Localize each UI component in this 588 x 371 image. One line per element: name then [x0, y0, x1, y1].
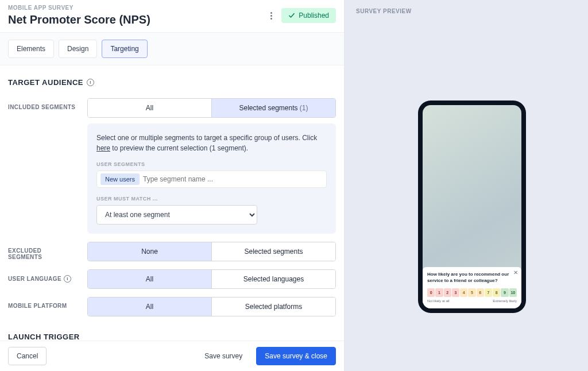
nps-7[interactable]: 7 [485, 288, 492, 297]
platform-selected-option[interactable]: Selected platforms [211, 297, 335, 316]
nps-6[interactable]: 6 [477, 288, 484, 297]
segment-chip[interactable]: New users [100, 173, 140, 185]
user-segments-label: USER SEGMENTS [96, 161, 327, 167]
close-icon[interactable]: ✕ [513, 269, 518, 276]
nps-scale: 0 1 2 3 4 5 6 7 8 9 10 [427, 288, 517, 297]
preview-panel: SURVEY PREVIEW ✕ How likely are you to r… [345, 0, 588, 371]
more-menu-icon[interactable] [266, 9, 276, 22]
editor-panel: MOBILE APP SURVEY Net Promoter Score (NP… [0, 0, 345, 371]
included-segments-label: INCLUDED SEGMENTS [8, 98, 77, 110]
user-language-label: USER LANGUAGE i [8, 269, 77, 283]
save-button[interactable]: Save survey [196, 347, 250, 365]
nps-8[interactable]: 8 [493, 288, 500, 297]
excluded-none-option[interactable]: None [88, 242, 211, 261]
phone-screen: ✕ How likely are you to recommend our se… [423, 105, 521, 308]
nps-9[interactable]: 9 [501, 288, 508, 297]
segments-panel: Select one or multiple segments to targe… [87, 123, 336, 234]
excluded-segments-toggle: None Selected segments [87, 242, 336, 261]
match-label: USER MUST MATCH ... [96, 196, 327, 202]
nps-3[interactable]: 3 [452, 288, 459, 297]
nps-anchor-labels: Not likely at all Extremely likely [427, 299, 517, 303]
user-language-toggle: All Selected languages [87, 269, 336, 289]
tab-elements[interactable]: Elements [8, 40, 54, 58]
excluded-selected-option[interactable]: Selected segments [211, 242, 335, 261]
mobile-platform-toggle: All Selected platforms [87, 297, 336, 316]
info-icon[interactable]: i [87, 79, 94, 86]
section-target-audience: TARGET AUDIENCE i [8, 78, 336, 87]
included-segments-toggle: All Selected segments (1) [87, 98, 336, 118]
editor-footer: Cancel Save survey Save survey & close [0, 341, 344, 371]
check-icon [288, 12, 295, 19]
status-badge: Published [281, 8, 336, 23]
segment-chip-input[interactable]: New users [96, 171, 327, 188]
nps-1[interactable]: 1 [435, 288, 443, 297]
nps-4[interactable]: 4 [460, 288, 467, 297]
info-icon[interactable]: i [64, 275, 71, 283]
save-close-button[interactable]: Save survey & close [256, 347, 336, 365]
segment-input[interactable] [143, 175, 323, 183]
mobile-platform-label: MOBILE PLATFORM [8, 297, 77, 309]
editor-header: MOBILE APP SURVEY Net Promoter Score (NP… [0, 0, 344, 33]
survey-question: How likely are you to recommend our serv… [427, 272, 517, 284]
page-title: Net Promoter Score (NPS) [8, 13, 150, 26]
language-all-option[interactable]: All [88, 270, 211, 288]
panel-help-text: Select one or multiple segments to targe… [96, 133, 327, 153]
tab-design[interactable]: Design [59, 40, 97, 58]
section-launch-trigger: LAUNCH TRIGGER [8, 333, 336, 341]
included-selected-option[interactable]: Selected segments (1) [211, 99, 335, 117]
platform-all-option[interactable]: All [88, 297, 211, 316]
phone-frame: ✕ How likely are you to recommend our se… [418, 101, 526, 313]
preview-label: SURVEY PREVIEW [356, 8, 588, 14]
breadcrumb: MOBILE APP SURVEY [8, 5, 150, 11]
nps-2[interactable]: 2 [444, 288, 451, 297]
tab-targeting[interactable]: Targeting [102, 40, 147, 58]
excluded-segments-label: EXCLUDED SEGMENTS [8, 242, 77, 260]
preview-link[interactable]: here [96, 144, 110, 152]
nps-10[interactable]: 10 [509, 288, 517, 297]
tabs: Elements Design Targeting [0, 33, 344, 65]
match-select[interactable]: At least one segment [96, 205, 257, 225]
language-selected-option[interactable]: Selected languages [211, 270, 335, 288]
included-all-option[interactable]: All [88, 99, 211, 117]
nps-5[interactable]: 5 [468, 288, 475, 297]
survey-card: ✕ How likely are you to recommend our se… [423, 267, 521, 308]
nps-0[interactable]: 0 [427, 288, 435, 297]
cancel-button[interactable]: Cancel [8, 347, 47, 365]
settings-scroll[interactable]: TARGET AUDIENCE i INCLUDED SEGMENTS All … [0, 65, 344, 341]
